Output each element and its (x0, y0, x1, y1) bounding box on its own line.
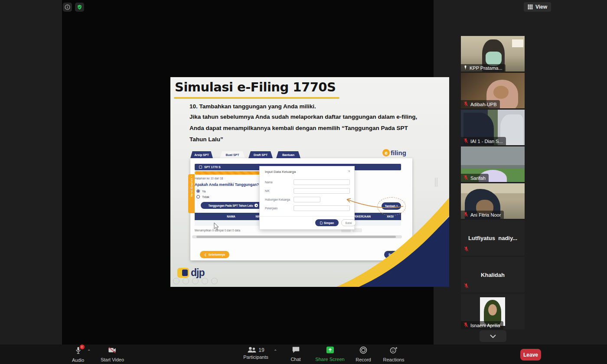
reactions-button[interactable]: Reactions (379, 346, 408, 362)
slide-body-line: Jika tahun sebelumnya Anda sudah melapor… (189, 114, 433, 120)
efiling-logo-e-icon: e (382, 149, 390, 156)
close-icon: × (348, 169, 350, 173)
muted-mic-icon (463, 283, 469, 290)
hubungan-keluarga-field (294, 197, 320, 202)
participant-status-icon (463, 322, 469, 328)
chevron-down-icon (490, 335, 496, 338)
participant-name-chip: Sarifah (461, 174, 489, 182)
chevron-left-icon: ❮ (204, 253, 206, 257)
audio-options-caret[interactable]: ⌃ (87, 349, 91, 354)
participants-count: 19 (258, 347, 264, 353)
radio-selected-icon (196, 189, 200, 193)
participant-name: Adibah-UPB (470, 102, 497, 107)
participant-name-chip: Adibah-UPB (461, 100, 500, 108)
batal-button: Batal (341, 219, 356, 226)
efiling-tab-arsip: Arsip SPT (190, 151, 213, 158)
radio-tidak: Tidak (196, 195, 209, 198)
participant-status-icon (463, 101, 469, 107)
participant-tile[interactable]: Isnaeni Aprilia (461, 294, 525, 329)
chevron-right-icon: › (191, 174, 192, 178)
participant-name: Lutfiyatus nadiy... (461, 220, 525, 256)
participant-tile[interactable]: Adibah-UPB (461, 73, 525, 108)
muted-mic-icon (463, 246, 469, 254)
participants-options-caret[interactable]: ⌃ (274, 349, 277, 354)
participant-status-icon (463, 138, 469, 144)
record-icon (359, 346, 367, 356)
participants-button[interactable]: 19 Participants (238, 346, 274, 360)
tanggungan-spt-lalu-button: Tanggungan Pada SPT Tahun Lalu ● (201, 202, 266, 209)
slide-body-line: Anda dapat menampilkannya kembali dengan… (189, 125, 433, 131)
presentation-slide: Simulasi e-Filing 1770S 10. Tambahkan ta… (170, 77, 449, 287)
participant-status-icon (463, 175, 469, 181)
efiling-question: Apakah Anda memiliki Tanggungan? (195, 182, 259, 187)
mouse-cursor (214, 223, 219, 231)
shield-check-icon (77, 4, 82, 10)
simpan-button: Simpan (315, 219, 339, 226)
efiling-tab-bantuan: Bantuan (276, 151, 300, 158)
chat-icon (292, 346, 300, 355)
participant-name: Sarifah (470, 176, 486, 181)
participant-name: Isnaeni Aprilia (470, 323, 500, 328)
participant-name: Ani Fitria Noor (470, 212, 501, 218)
participant-name: Khalidah (461, 257, 525, 292)
start-video-button[interactable]: Start Video (97, 346, 127, 362)
participants-icon (247, 346, 257, 353)
djp-logo: djp (177, 267, 205, 279)
radio-ya: Ya (196, 189, 206, 193)
record-button[interactable]: Record (349, 346, 377, 362)
efiling-page-info: Halaman ke 10 dari 18 (195, 177, 223, 180)
slide-title: Simulasi e-Filing 1770S (175, 80, 336, 94)
meeting-info-button[interactable] (63, 3, 72, 12)
radio-unselected-icon (196, 195, 200, 198)
divider (260, 216, 354, 217)
form-icon (199, 166, 202, 169)
participant-name: KPP Pratama... (470, 65, 503, 71)
microphone-icon: ! (75, 346, 82, 356)
sebelumnya-button: ❮ Sebelumnya (200, 251, 229, 258)
participant-status-icon (463, 65, 468, 71)
participant-name-chip: Isnaeni Aprilia (461, 321, 503, 329)
camera-off-icon (108, 346, 117, 356)
reactions-icon (390, 346, 398, 356)
view-button[interactable]: View (524, 2, 551, 12)
chat-button[interactable]: Chat (283, 346, 309, 362)
participant-status-icon (463, 211, 469, 218)
participant-tile[interactable]: KPP Pratama... (461, 36, 525, 72)
save-icon (320, 221, 323, 224)
info-icon (65, 4, 70, 10)
nama-field (294, 179, 350, 185)
editor-tools-row (173, 278, 218, 284)
input-data-keluarga-modal: Input Data Keluarga × Nama NIK Hubungan … (259, 166, 355, 230)
slide-step-heading: 10. Tambahkan tanggungan yang Anda milik… (189, 103, 316, 110)
efiling-language-side-tab: › Versi English (188, 174, 195, 213)
annotation-arrow (341, 192, 406, 211)
grid-icon (528, 4, 533, 10)
audio-alert-badge: ! (80, 344, 85, 349)
participant-tile[interactable]: Sarifah (461, 146, 525, 182)
participant-tile[interactable]: Ani Fitria Noor (461, 183, 525, 219)
more-participants-button[interactable] (480, 330, 506, 342)
participant-tile[interactable]: Khalidah (461, 257, 525, 292)
meeting-toolbar: ! Audio ⌃ Start Video 19 Participants ⌃ (0, 344, 607, 364)
participant-name-chip: Ani Fitria Noor (461, 211, 504, 219)
participant-name: IAI 1 - Dian S... (470, 139, 503, 144)
efiling-logo: e filing (382, 149, 406, 156)
participant-name-chip: KPP Pratama... (461, 64, 506, 72)
slide-body-line: Tahun Lalu” (189, 136, 433, 143)
efiling-tab-draft: Draft SPT (248, 151, 273, 158)
badge-icon: ● (255, 204, 258, 207)
panel-resize-handle[interactable] (434, 178, 438, 187)
encryption-button[interactable] (75, 3, 84, 12)
participant-name-chip: IAI 1 - Dian S... (461, 137, 506, 145)
title-underline (174, 97, 339, 99)
modal-title: Input Data Keluarga (265, 170, 296, 174)
share-screen-icon (326, 346, 334, 355)
participant-tile[interactable]: IAI 1 - Dian S... (461, 110, 525, 145)
participant-tile[interactable]: Lutfiyatus nadiy... (461, 220, 525, 256)
leave-button[interactable]: Leave (520, 349, 541, 361)
efiling-tab-buat: Buat SPT (220, 151, 245, 158)
share-screen-button[interactable]: Share Screen (313, 346, 347, 362)
shared-screen-area: Simulasi e-Filing 1770S 10. Tambahkan ta… (62, 0, 434, 364)
djp-logo-icon (177, 268, 189, 278)
